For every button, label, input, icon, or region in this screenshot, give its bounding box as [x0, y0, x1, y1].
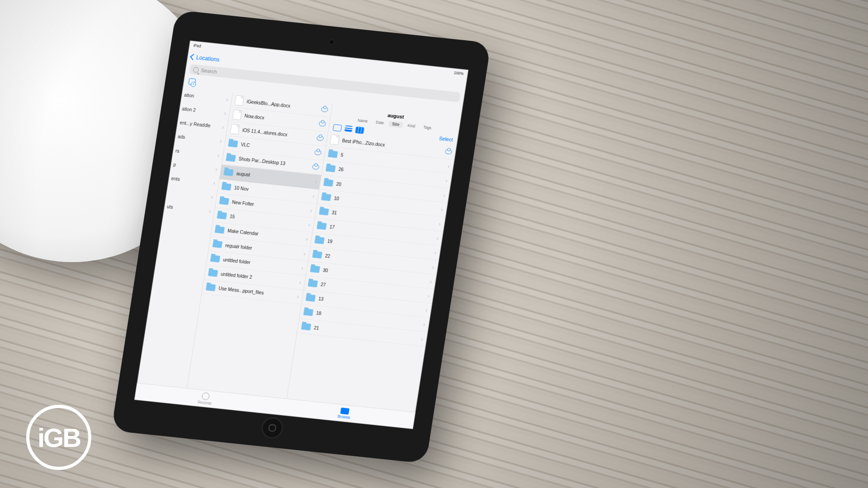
file-label: iOS 11.4...atures.docx: [242, 127, 314, 140]
chevron-right-icon: [314, 178, 317, 185]
sort-option[interactable]: Kind: [404, 122, 419, 130]
column-view-icon[interactable]: [355, 127, 364, 134]
chevron-right-icon: [425, 307, 428, 314]
folder-icon: [306, 294, 316, 302]
folder-icon: [316, 222, 326, 230]
chevron-right-icon: [219, 138, 222, 145]
back-chevron-icon[interactable]: [190, 54, 196, 60]
file-label: Now.docx: [244, 113, 316, 125]
chevron-right-icon: [432, 263, 435, 270]
document-icon: [330, 134, 340, 145]
folder-icon: [310, 265, 320, 273]
grid-view-icon[interactable]: [333, 124, 342, 131]
cloud-download-icon[interactable]: [314, 150, 321, 155]
chevron-right-icon: [310, 207, 313, 214]
chevron-right-icon: [215, 166, 218, 173]
folder-icon: [212, 240, 222, 248]
back-button[interactable]: Locations: [196, 54, 220, 63]
chevron-right-icon: [429, 278, 433, 285]
location-label: uts: [166, 204, 173, 209]
ipad-device: iPad 100% Locations Search ationation 2e…: [111, 10, 491, 464]
chevron-right-icon: [308, 221, 311, 228]
select-button[interactable]: Select: [439, 136, 453, 143]
chevron-right-icon: [223, 110, 226, 117]
sort-option[interactable]: Date: [372, 119, 387, 127]
folder-icon: [215, 226, 225, 234]
folder-icon: [323, 179, 333, 187]
folder-icon: [223, 169, 233, 176]
document-icon: [230, 124, 240, 135]
folder-icon: [222, 183, 231, 191]
folder-icon: [210, 255, 220, 263]
chevron-right-icon: [440, 206, 443, 213]
folder-icon: [228, 140, 238, 148]
chevron-right-icon: [217, 152, 220, 159]
location-label: ation: [184, 92, 195, 98]
folder-icon: [208, 269, 218, 277]
watermark-logo: iGB: [26, 405, 91, 470]
chevron-right-icon: [226, 96, 229, 103]
cloud-download-icon[interactable]: [319, 121, 326, 127]
chevron-right-icon: [212, 180, 216, 187]
cloud-download-icon[interactable]: [312, 164, 319, 169]
file-label: VLC: [241, 142, 311, 154]
clock-icon: [201, 392, 210, 400]
tab-browse-label: Browse: [337, 414, 350, 420]
folder-icon: [303, 309, 313, 316]
chevron-right-icon: [436, 235, 439, 242]
folder-icon: [321, 193, 331, 201]
list-view-icon[interactable]: [344, 125, 353, 131]
sort-option[interactable]: Tags: [420, 124, 435, 131]
folder-icon: [328, 150, 338, 158]
folder-icon: [219, 197, 229, 205]
chevron-right-icon: [211, 193, 214, 200]
status-carrier: iPad: [193, 43, 201, 48]
status-battery: 100%: [454, 71, 464, 76]
cloud-download-icon[interactable]: [445, 149, 452, 154]
location-label: ation 2: [182, 106, 196, 113]
tag-plus-icon: [189, 78, 196, 85]
search-icon: [193, 67, 199, 73]
chevron-right-icon: [299, 279, 302, 286]
location-label: ents: [171, 176, 180, 182]
sort-option[interactable]: Name: [354, 117, 372, 125]
location-label: p: [173, 162, 176, 167]
file-label: iGeeksBlo...App.docx: [246, 99, 318, 111]
location-label: rs: [175, 148, 180, 154]
folder-icon: [326, 165, 335, 173]
files-app-screen: iPad 100% Locations Search ationation 2e…: [134, 41, 468, 429]
chevron-right-icon: [420, 335, 424, 342]
chevron-right-icon: [208, 207, 212, 214]
chevron-right-icon: [438, 221, 441, 227]
folder-icon: [217, 212, 227, 220]
tab-recents-label: Recents: [198, 400, 212, 405]
folder-icon: [308, 280, 318, 287]
folder-icon: [319, 208, 329, 216]
file-label: Use Mess...pport_files: [218, 286, 294, 299]
chevron-right-icon: [447, 163, 450, 170]
chevron-right-icon: [312, 192, 315, 199]
location-label: ent...y Readdle: [179, 120, 211, 128]
file-label: Shots Par...Desktop 13: [238, 156, 309, 169]
chevron-right-icon: [306, 236, 309, 243]
folder-icon: [312, 251, 322, 259]
chevron-right-icon: [222, 124, 225, 131]
chevron-right-icon: [434, 249, 437, 256]
document-icon: [234, 95, 244, 106]
folder-icon: [206, 284, 216, 291]
chevron-right-icon: [297, 293, 300, 300]
chevron-right-icon: [301, 264, 304, 271]
folder-icon: [226, 154, 236, 162]
sort-option[interactable]: Size: [388, 121, 403, 128]
chevron-right-icon: [445, 177, 448, 184]
cloud-download-icon[interactable]: [316, 136, 324, 141]
chevron-right-icon: [443, 192, 446, 198]
column-browser: ationation 2ent...y Readdleadsrspentsuts…: [134, 88, 461, 429]
folder-icon: [314, 237, 324, 244]
location-label: ads: [177, 134, 185, 140]
chevron-right-icon: [423, 321, 426, 328]
chevron-right-icon: [303, 250, 307, 257]
search-placeholder: Search: [201, 67, 217, 75]
cloud-download-icon[interactable]: [321, 107, 328, 112]
folder-icon: [301, 323, 311, 331]
